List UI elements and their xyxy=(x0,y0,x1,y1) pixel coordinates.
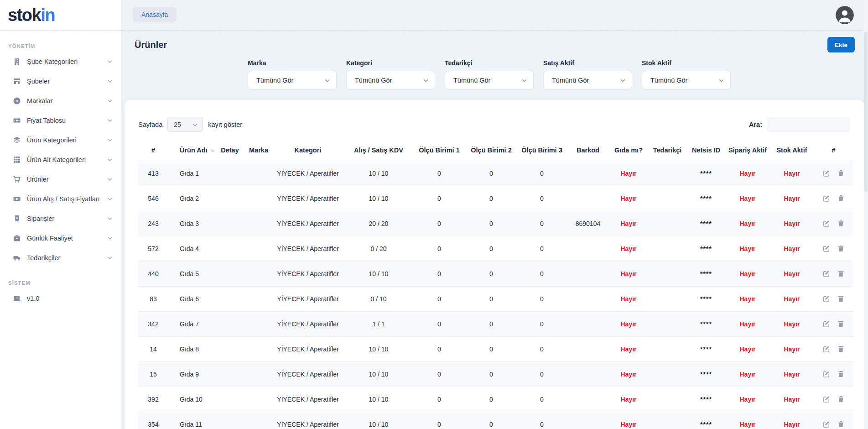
sidebar-item-urun-alt-kategorileri[interactable]: Ürün Alt Kategorileri xyxy=(0,150,121,169)
sidebar-item-tedarikciler[interactable]: Tedarikçiler xyxy=(0,248,121,267)
cell-actions xyxy=(814,286,853,311)
col-header-urun-adi[interactable]: Ürün Adı xyxy=(168,140,214,161)
cell-barkod xyxy=(567,261,609,286)
storefront-icon xyxy=(13,77,21,85)
search-control: Ara: xyxy=(749,117,850,132)
trash-icon[interactable] xyxy=(837,320,845,328)
cell-netsis: **** xyxy=(686,286,726,311)
sidebar-item-label: Ürün Alt Kategorileri xyxy=(27,156,107,163)
cell-urun-adi: Gıda 9 xyxy=(168,361,214,387)
cell-kategori: YİYECEK / Aperatifler xyxy=(271,236,344,261)
sidebar-item-urun-kategorileri[interactable]: Ürün Kategorileri xyxy=(0,130,121,150)
cell-marka xyxy=(246,311,271,336)
trash-icon[interactable] xyxy=(837,345,845,353)
cell-netsis: **** xyxy=(686,387,726,412)
stok-aktif-filter-select[interactable]: Tümünü Gör xyxy=(642,71,731,89)
sidebar-item-urunler[interactable]: Ürünler xyxy=(0,169,121,189)
sidebar-item-markalar[interactable]: c Markalar xyxy=(0,91,121,110)
cell-detay xyxy=(214,286,246,311)
cell-tedarikci xyxy=(648,336,686,361)
cell-netsis: **** xyxy=(686,161,726,186)
trash-icon[interactable] xyxy=(837,420,845,428)
trash-icon[interactable] xyxy=(837,395,845,403)
sidebar-item-subeler[interactable]: Şubeler xyxy=(0,71,121,91)
sidebar-item-urun-fiyatlari[interactable]: Ürün Alış / Satış Fiyatları xyxy=(0,189,121,209)
sidebar-item-label: Şube Kategorileri xyxy=(27,58,107,65)
trash-icon[interactable] xyxy=(837,270,845,277)
cell-detay xyxy=(214,412,246,429)
col-header-gida[interactable]: Gıda mı? xyxy=(609,140,648,161)
vertical-scrollbar[interactable] xyxy=(864,0,868,429)
sidebar-item-version[interactable]: <> v1.0 xyxy=(0,288,121,308)
trash-icon[interactable] xyxy=(837,295,845,303)
edit-icon[interactable] xyxy=(822,169,830,177)
cell-id: 413 xyxy=(138,161,168,186)
trash-icon[interactable] xyxy=(837,169,845,177)
marka-filter-select[interactable]: Tümünü Gör xyxy=(248,71,337,89)
cell-olcu2: 0 xyxy=(466,361,517,387)
satis-aktif-filter-select[interactable]: Tümünü Gör xyxy=(543,71,632,89)
cell-gida: Hayır xyxy=(609,387,648,412)
cell-id: 572 xyxy=(138,236,168,261)
sidebar-item-fiyat-tablosu[interactable]: Fiyat Tablosu xyxy=(0,110,121,130)
edit-icon[interactable] xyxy=(822,245,830,252)
col-header-id[interactable]: # xyxy=(138,140,168,161)
filter-label: Stok Aktif xyxy=(642,59,731,67)
col-header-marka[interactable]: Marka xyxy=(246,140,271,161)
user-avatar[interactable] xyxy=(836,6,854,24)
col-header-siparis[interactable]: Sipariş Aktif xyxy=(726,140,769,161)
col-header-barkod[interactable]: Barkod xyxy=(567,140,609,161)
col-header-olcu3[interactable]: Ölçü Birimi 3 xyxy=(517,140,567,161)
cell-kdv: 1 / 1 xyxy=(344,311,413,336)
app-logo[interactable]: stokin xyxy=(8,6,55,24)
trash-icon[interactable] xyxy=(837,220,845,227)
col-header-olcu1[interactable]: Ölçü Birimi 1 xyxy=(413,140,466,161)
col-header-olcu2[interactable]: Ölçü Birimi 2 xyxy=(466,140,517,161)
cell-olcu2: 0 xyxy=(466,311,517,336)
col-header-netsis[interactable]: Netsis ID xyxy=(686,140,726,161)
page-size-select[interactable]: 25 xyxy=(167,117,203,132)
banknote-icon xyxy=(13,116,21,125)
search-input[interactable] xyxy=(767,117,850,132)
edit-icon[interactable] xyxy=(822,345,830,353)
col-header-detay[interactable]: Detay xyxy=(214,140,246,161)
table-row: 392 Gıda 10 YİYECEK / Aperatifler 10 / 1… xyxy=(138,387,853,412)
cell-stok: Hayır xyxy=(769,311,814,336)
trash-icon[interactable] xyxy=(837,370,845,378)
cell-detay xyxy=(214,311,246,336)
cell-id: 15 xyxy=(138,361,168,387)
cell-gida: Hayır xyxy=(609,336,648,361)
cell-olcu3: 0 xyxy=(517,186,567,211)
sidebar-item-gunluk-faaliyet[interactable]: Günlük Faaliyet xyxy=(0,228,121,248)
kategori-filter-select[interactable]: Tümünü Gör xyxy=(346,71,435,89)
sidebar-item-sube-kategorileri[interactable]: Şube Kategorileri xyxy=(0,52,121,71)
nav-section-yonetim: YÖNETİM xyxy=(0,43,121,52)
col-header-kategori[interactable]: Kategori xyxy=(271,140,344,161)
sidebar-item-siparisler[interactable]: Siparişler xyxy=(0,209,121,228)
filter-select-value: Tümünü Gör xyxy=(552,77,589,84)
sidebar-item-label: Günlük Faaliyet xyxy=(27,235,107,242)
trash-icon[interactable] xyxy=(837,245,845,252)
trash-icon[interactable] xyxy=(837,194,845,202)
home-button[interactable]: Anasayfa xyxy=(133,7,177,22)
edit-icon[interactable] xyxy=(822,270,830,277)
edit-icon[interactable] xyxy=(822,420,830,428)
edit-icon[interactable] xyxy=(822,320,830,328)
scrollbar-thumb[interactable] xyxy=(864,32,868,192)
edit-icon[interactable] xyxy=(822,194,830,202)
cell-actions xyxy=(814,387,853,412)
edit-icon[interactable] xyxy=(822,370,830,378)
add-button[interactable]: Ekle xyxy=(827,37,855,52)
col-header-tedarikci[interactable]: Tedarikçi xyxy=(648,140,686,161)
edit-icon[interactable] xyxy=(822,295,830,303)
cell-actions xyxy=(814,211,853,236)
cell-id: 83 xyxy=(138,286,168,311)
col-header-stok[interactable]: Stok Aktif xyxy=(769,140,814,161)
cell-detay xyxy=(214,361,246,387)
cell-marka xyxy=(246,336,271,361)
col-header-kdv[interactable]: Alış / Satış KDV xyxy=(344,140,413,161)
cell-olcu2: 0 xyxy=(466,236,517,261)
edit-icon[interactable] xyxy=(822,395,830,403)
tedarikci-filter-select[interactable]: Tümünü Gör xyxy=(445,71,534,89)
edit-icon[interactable] xyxy=(822,220,830,227)
